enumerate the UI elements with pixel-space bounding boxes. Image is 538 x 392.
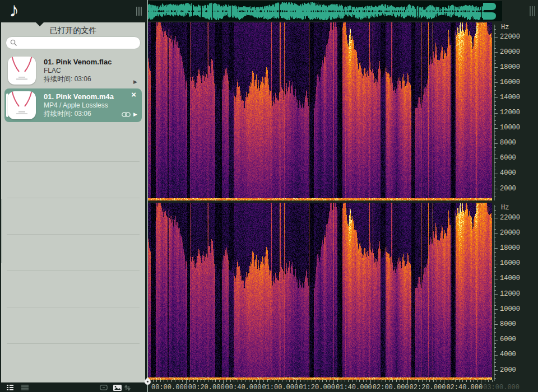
app-window: ♪ 已打开的文件 01. Pink Venom.flacFLAC持续时间: 03… — [0, 0, 538, 392]
axis-tick — [494, 128, 498, 129]
time-tick-label: 00:20.000 — [188, 384, 225, 391]
freq-tick-label: 4000 — [500, 351, 516, 358]
analyzer-area: Hz22000200001800016000140001200010000800… — [147, 0, 538, 392]
time-minor-tick — [415, 380, 415, 382]
axis-tick — [494, 41, 496, 41]
axis-tick — [494, 162, 496, 163]
axis-tick — [494, 120, 496, 121]
axis-tick — [494, 267, 496, 268]
axis-tick — [494, 355, 498, 356]
time-minor-tick — [470, 380, 471, 382]
time-minor-tick — [322, 380, 323, 382]
axis-tick — [494, 136, 496, 136]
axis-tick — [494, 155, 496, 155]
axis-tick — [494, 378, 496, 379]
time-tick-label: 00:00.000 — [151, 384, 188, 391]
axis-tick — [494, 181, 496, 181]
axis-tick — [494, 324, 498, 325]
axis-tick — [494, 226, 496, 226]
scrollbar[interactable] — [1, 199, 2, 263]
compact-list-view-icon[interactable] — [21, 385, 29, 390]
time-minor-tick — [312, 380, 312, 382]
row-separator — [7, 234, 140, 235]
axis-tick — [494, 116, 496, 117]
time-minor-tick — [363, 380, 364, 382]
time-minor-tick — [267, 380, 268, 382]
play-icon[interactable]: ▶ — [133, 111, 137, 117]
time-major-tick — [444, 380, 444, 384]
axis-tick — [494, 229, 496, 230]
time-minor-tick — [315, 380, 316, 382]
freq-tick-label: 8000 — [500, 139, 516, 147]
axis-tick — [494, 63, 496, 64]
close-button[interactable]: × — [131, 90, 136, 99]
axis-tick — [494, 151, 496, 151]
axis-tick — [494, 233, 498, 234]
time-minor-tick — [263, 380, 264, 382]
link-files-icon[interactable] — [100, 385, 108, 390]
axis-tick — [494, 60, 496, 60]
freq-tick-label: 14000 — [500, 94, 520, 101]
spectrogram-flac[interactable] — [148, 22, 492, 200]
sidebar-grip-icon[interactable] — [136, 7, 142, 16]
time-minor-tick — [437, 380, 437, 382]
time-minor-tick — [319, 380, 319, 382]
time-minor-tick — [385, 380, 386, 382]
time-minor-tick — [378, 380, 378, 382]
axis-tick — [494, 109, 496, 110]
time-minor-tick — [426, 380, 426, 382]
spectrogram-m4a[interactable] — [148, 203, 492, 380]
axis-tick — [494, 67, 498, 68]
axis-tick — [494, 105, 496, 106]
freq-tick-label: 18000 — [500, 63, 520, 71]
detail-list-view-icon[interactable] — [7, 385, 13, 390]
time-minor-tick — [452, 380, 452, 382]
spectrogram-image-icon[interactable] — [113, 385, 122, 391]
axis-tick — [494, 317, 496, 318]
axis-tick — [494, 197, 496, 197]
file-list-item[interactable]: 01. Pink Venom.flacFLAC持续时间: 03:06▶ — [4, 54, 142, 87]
time-minor-tick — [367, 380, 367, 382]
search-input[interactable] — [20, 38, 136, 48]
row-separator — [7, 270, 140, 271]
axis-tick — [494, 90, 496, 91]
time-minor-tick — [197, 380, 198, 382]
window-grip-icon[interactable] — [530, 6, 535, 16]
time-minor-tick — [352, 380, 353, 382]
frequency-axis-top: Hz22000200001800016000140001200010000800… — [493, 22, 538, 200]
item-action-icons: ▶ — [122, 109, 137, 119]
search-box[interactable] — [6, 36, 141, 49]
freq-tick-label: 16000 — [500, 259, 520, 267]
file-list: 01. Pink Venom.flacFLAC持续时间: 03:06▶01. P… — [1, 53, 145, 123]
axis-tick — [494, 245, 496, 245]
axis-tick — [494, 370, 498, 371]
axis-tick — [494, 45, 496, 45]
axis-tick — [494, 166, 496, 166]
time-minor-tick — [356, 380, 356, 382]
file-list-item[interactable]: 01. Pink Venom.m4aMP4 / Apple Lossless持续… — [4, 88, 142, 122]
axis-tick — [494, 343, 496, 344]
axis-tick — [494, 174, 498, 174]
freq-tick-label: 12000 — [500, 290, 520, 298]
time-minor-tick — [337, 380, 338, 382]
header-pointer — [36, 22, 44, 26]
file-format: MP4 / Apple Lossless — [44, 101, 142, 110]
play-icon[interactable]: ▶ — [133, 79, 137, 85]
time-minor-tick — [359, 380, 360, 382]
waveform-overview[interactable] — [148, 1, 502, 21]
axis-tick — [494, 252, 496, 253]
time-minor-tick — [348, 380, 349, 382]
freq-tick-label: 22000 — [500, 214, 520, 222]
time-major-tick — [296, 380, 297, 384]
axis-tick — [494, 75, 496, 76]
time-minor-tick — [245, 380, 245, 382]
axis-tick — [494, 313, 496, 314]
time-minor-tick — [462, 380, 463, 382]
sort-order-icon[interactable] — [124, 385, 131, 391]
freq-tick-label: 20000 — [500, 229, 520, 237]
axis-tick — [494, 275, 496, 276]
file-title: 01. Pink Venom.m4a — [44, 92, 142, 101]
axis-tick — [494, 294, 498, 295]
time-minor-tick — [330, 380, 330, 382]
time-tick-label: 00:40.000 — [225, 384, 262, 391]
